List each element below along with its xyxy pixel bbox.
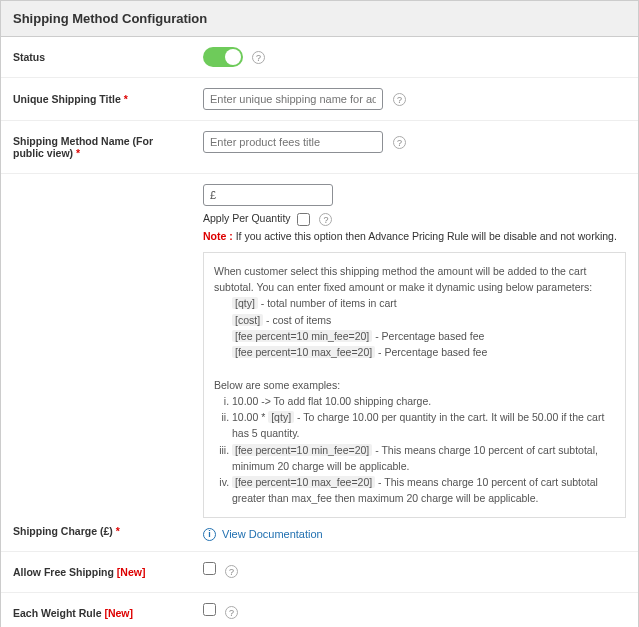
example-3: [fee percent=10 min_fee=20] - This means… [232, 442, 615, 475]
help-icon[interactable]: ? [225, 606, 238, 619]
doc-link-row: i View Documentation [203, 528, 626, 541]
help-icon[interactable]: ? [393, 93, 406, 106]
help-icon[interactable]: ? [319, 213, 332, 226]
example-4: [fee percent=10 max_fee=20] - This means… [232, 474, 615, 507]
label-unique-title: Unique Shipping Title * [1, 78, 191, 121]
shipping-charge-input[interactable] [203, 184, 333, 206]
label-shipping-charge: Shipping Charge (£) * [1, 174, 191, 552]
apply-per-qty-row: Apply Per Quantity ? [203, 212, 626, 226]
label-each-weight: Each Weight Rule [New] [1, 592, 191, 627]
apply-per-qty-checkbox[interactable] [297, 213, 310, 226]
label-method-name: Shipping Method Name (For public view) * [1, 121, 191, 174]
label-status: Status [1, 37, 191, 78]
help-icon[interactable]: ? [225, 565, 238, 578]
label-allow-free: Allow Free Shipping [New] [1, 551, 191, 592]
allow-free-checkbox[interactable] [203, 562, 216, 575]
note-line: Note : If you active this option then Ad… [203, 230, 626, 242]
shipping-config-panel: Shipping Method Configuration Status ? U… [0, 0, 639, 627]
panel-title: Shipping Method Configuration [13, 11, 626, 26]
example-1: 10.00 -> To add flat 10.00 shipping char… [232, 393, 615, 409]
example-2: 10.00 * [qty] - To charge 10.00 per quan… [232, 409, 615, 442]
info-icon: i [203, 528, 216, 541]
view-documentation-link[interactable]: View Documentation [222, 528, 323, 540]
each-weight-checkbox[interactable] [203, 603, 216, 616]
config-form: Status ? Unique Shipping Title * ? Shipp… [1, 37, 638, 627]
description-box: When customer select this shipping metho… [203, 252, 626, 518]
panel-header: Shipping Method Configuration [1, 1, 638, 37]
method-name-input[interactable] [203, 131, 383, 153]
unique-title-input[interactable] [203, 88, 383, 110]
status-toggle[interactable] [203, 47, 243, 67]
help-icon[interactable]: ? [252, 51, 265, 64]
help-icon[interactable]: ? [393, 136, 406, 149]
